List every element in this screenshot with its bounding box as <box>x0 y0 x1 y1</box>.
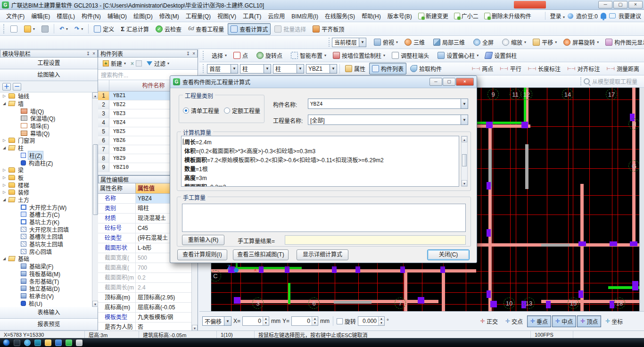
view-tool-button[interactable]: 全屏 <box>471 36 498 48</box>
filter-button[interactable]: 过滤▾ <box>144 58 172 69</box>
tree-item[interactable]: 基槽土方(C) <box>0 211 98 218</box>
snap-mode-button[interactable]: ✛ 垂点 <box>527 315 551 327</box>
table-input-button[interactable]: 表格输入 <box>0 307 98 319</box>
chevron-down-icon[interactable]: ▼ <box>330 65 337 73</box>
tree-expander-icon[interactable]: ◢ <box>3 101 8 106</box>
close-icon[interactable]: × <box>92 51 95 56</box>
menu-item[interactable]: 工具(T) <box>239 11 264 22</box>
project-settings-button[interactable]: 工程设置 <box>0 58 98 69</box>
feedback-chat-icon[interactable] <box>609 13 616 18</box>
tree-item[interactable]: 构造柱(Z) <box>0 159 98 166</box>
tree-item[interactable]: ▷ 门窗洞 <box>0 137 98 144</box>
view-tool-button[interactable]: 俯视 ▾ <box>371 36 401 48</box>
menu-item[interactable]: 修改(M) <box>156 11 182 22</box>
menu-item[interactable]: BIM应用(I) <box>288 11 322 22</box>
tree-item[interactable]: 房心回填 <box>0 248 98 255</box>
suggest-link[interactable]: 我要建议 <box>619 12 641 20</box>
scroll-up-icon[interactable]: ▲ <box>92 92 98 99</box>
save-button[interactable] <box>39 24 51 34</box>
element-filter-combo[interactable]: 柱▼ <box>273 64 304 74</box>
draw-tool-button[interactable]: 点 <box>231 50 253 61</box>
menu-item[interactable]: 编辑(E) <box>28 11 53 22</box>
tree-item[interactable]: 墙垛(E) <box>0 122 98 130</box>
tree-expander-icon[interactable]: ▷ <box>3 94 8 98</box>
login-link[interactable]: 登录 ▾ <box>550 12 565 20</box>
taskbar-chat-icon[interactable] <box>66 339 72 346</box>
toolbar-button[interactable]: 批量选择 <box>272 23 309 35</box>
tree-item[interactable]: 基槽灰土回填 <box>0 233 98 240</box>
tree-expander-icon[interactable]: ◢ <box>3 198 8 202</box>
manual-result-input[interactable] <box>285 235 466 245</box>
show-detail-calc-button[interactable]: 显示详细计算式 <box>297 249 348 260</box>
draw-tool-button[interactable]: 选择 ▾ <box>207 50 230 61</box>
tree-item[interactable]: ◢ 基础 <box>0 255 98 263</box>
toolbar-button[interactable]: 定义 <box>91 23 117 35</box>
scroll-down-icon[interactable]: ▼ <box>462 180 467 186</box>
tree-expander-icon[interactable]: ▷ <box>3 175 8 180</box>
tree-item[interactable]: ▷ 轴线 <box>0 92 98 100</box>
tree-item[interactable]: ▷ 板 <box>0 174 98 182</box>
tree-expander-icon[interactable]: ◢ <box>3 146 8 150</box>
taskbar-browser-icon[interactable] <box>24 339 31 346</box>
panel-toggle-button[interactable]: 构件列表 <box>369 63 406 74</box>
offset-mode-combo[interactable]: 不偏移▼ <box>202 316 231 326</box>
reinput-button[interactable]: 重新输入(R) <box>182 235 224 245</box>
draw-tool-button[interactable]: 调整柱端头 <box>389 50 434 61</box>
taskbar-app-icon[interactable] <box>55 339 62 346</box>
tree-item[interactable]: 大开挖灰土回填 <box>0 225 98 233</box>
view-calc-rules-button[interactable]: 查看计算规则(I) <box>177 249 227 260</box>
tree-item[interactable]: 大开挖土方(W) <box>0 203 98 211</box>
toolbar-button[interactable]: 平齐板顶 <box>310 23 347 35</box>
notification-bell-icon[interactable] <box>601 13 606 19</box>
view-tool-button[interactable]: 三维 <box>402 36 429 48</box>
tree-expander-icon[interactable]: ▷ <box>3 168 8 172</box>
tree-item[interactable]: 基础梁(F) <box>0 263 98 270</box>
toolbar-button[interactable]: 6d 查看工程量 <box>185 23 227 35</box>
view-tool-button[interactable]: 局部三维 <box>430 36 470 48</box>
start-button[interactable] <box>3 339 10 346</box>
dialog-title-bar[interactable]: G 查看构件图元工程量计算式 ─ ▢ × <box>170 76 477 88</box>
canvas-vertical-scrollbar[interactable] <box>639 88 644 311</box>
spinner-arrows[interactable]: ▲▼ <box>378 317 384 325</box>
scroll-up-icon[interactable]: ▲ <box>462 136 467 142</box>
menu-extra-item[interactable]: 删除未升级构件 <box>481 10 534 21</box>
tree-item[interactable]: 桩承台(V) <box>0 292 98 300</box>
tree-item[interactable]: ▷ 楼梯 <box>0 181 98 189</box>
scroll-down-icon[interactable]: ▼ <box>92 301 98 307</box>
element-filter-combo[interactable]: 柱▼ <box>240 64 271 74</box>
collapse-all-button[interactable]: － <box>13 83 21 91</box>
taskbar-app-icon[interactable] <box>14 339 20 346</box>
tree-item[interactable]: 柱(Z) <box>0 152 98 159</box>
close-icon[interactable]: × <box>192 51 195 56</box>
view-tool-button[interactable]: 屏幕旋转 ▾ <box>561 36 602 48</box>
tree-item[interactable]: 筏板基础(M) <box>0 270 98 278</box>
menu-item[interactable]: 帮助(H) <box>358 11 384 22</box>
copy-component-icon[interactable] <box>136 60 142 66</box>
y-offset-input[interactable]: 0 ▲▼ <box>291 316 318 326</box>
snap-mode-button[interactable]: ✛ 正交 <box>477 315 501 327</box>
chevron-down-icon[interactable]: ▼ <box>231 65 238 73</box>
panel-toggle-button[interactable]: 属性 <box>342 63 368 74</box>
chevron-down-icon[interactable]: ▼ <box>224 317 231 325</box>
spinner-arrows[interactable]: ▲▼ <box>312 317 318 325</box>
window-minimize-button[interactable]: ─ <box>598 1 612 8</box>
tree-scrollbar[interactable]: ▲ ▼ <box>92 92 98 307</box>
property-row[interactable]: 模板类型 九夹板模板/钢 <box>98 313 198 322</box>
tree-expander-icon[interactable]: ▷ <box>3 138 8 142</box>
panel-toggle-button[interactable]: 拾取构件 <box>407 63 445 74</box>
draw-tool-button[interactable]: 设置斜柱 <box>482 50 521 61</box>
quota-quantity-radio[interactable]: 定额工程量 <box>224 107 260 115</box>
element-filter-combo[interactable]: 首层▼ <box>207 64 238 74</box>
rotate-checkbox[interactable] <box>337 318 343 324</box>
scroll-thumb[interactable] <box>462 154 467 166</box>
property-row[interactable]: 截面面积(m 0.2 <box>98 273 198 283</box>
tree-item[interactable]: 基坑土方(K) <box>0 218 98 226</box>
tree-expander-icon[interactable]: ▷ <box>3 183 8 187</box>
menu-item[interactable]: 视图(V) <box>214 11 239 22</box>
quantity-name-combo[interactable]: [全部] ▼ <box>308 115 468 125</box>
menu-item[interactable]: 文件(F) <box>3 11 28 22</box>
manual-calc-textarea[interactable] <box>182 204 466 232</box>
menu-item[interactable]: 在线服务(S) <box>322 11 358 22</box>
tree-item[interactable]: 幕墙(Q) <box>0 129 98 137</box>
view-3d-deduction-button[interactable]: 查看三维扣减图(T) <box>233 249 289 260</box>
